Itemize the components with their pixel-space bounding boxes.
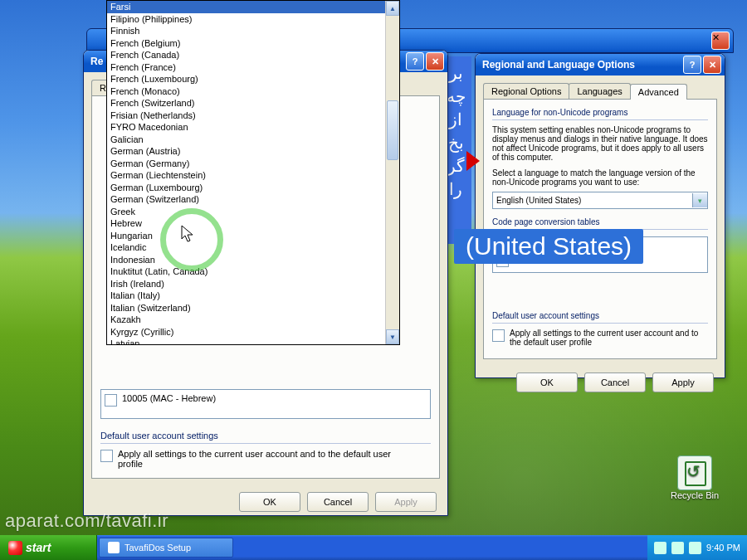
help-button[interactable]: ? (683, 56, 701, 74)
watermark-text: aparat.com/tavafi.ir (5, 510, 168, 532)
language-option[interactable]: Filipino (Philippines) (107, 13, 385, 26)
language-option[interactable]: Finnish (107, 25, 385, 37)
scroll-up-button[interactable]: ▲ (386, 1, 399, 16)
checkbox-icon (100, 450, 113, 462)
combo-value: English (United States) (493, 196, 692, 205)
language-option[interactable]: Farsi (107, 1, 385, 13)
cancel-button[interactable]: Cancel (584, 373, 646, 392)
annotation-us-label: (United States) (454, 229, 643, 264)
desktop-wallpaper: ✕ بر چه از بخ گر را Re ? ✕ Re 10005 (MAC… (0, 0, 747, 560)
language-option[interactable]: Inuktitut (Latin, Canada) (107, 265, 385, 278)
apply-button[interactable]: Apply (375, 492, 437, 512)
language-option[interactable]: Galician (107, 134, 385, 146)
taskbar-item-icon (108, 542, 120, 553)
codepage-item[interactable]: 10005 (MAC - Hebrew) (105, 393, 427, 407)
help-button[interactable]: ? (406, 52, 424, 71)
tray-icon[interactable] (654, 542, 666, 554)
recycle-bin[interactable]: Recycle Bin (667, 455, 722, 500)
tab-languages[interactable]: Languages (569, 83, 630, 99)
group-default-account: Default user account settings (100, 431, 431, 441)
recycle-bin-label: Recycle Bin (667, 490, 722, 500)
taskbar-clock: 9:40 PM (706, 543, 740, 553)
language-option[interactable]: French (Luxembourg) (107, 73, 385, 85)
group-codepage: Code page conversion tables (492, 217, 708, 226)
window-title: Regional and Language Options (482, 59, 681, 71)
dialog-button-row: OK Cancel Apply (478, 364, 722, 401)
taskbar-item-tavafidos[interactable]: TavafiDos Setup (99, 538, 233, 558)
chevron-down-icon[interactable]: ▾ (692, 193, 707, 207)
language-option[interactable]: Hungarian (107, 230, 385, 242)
tray-icon[interactable] (671, 542, 684, 554)
ok-button[interactable]: OK (516, 373, 578, 392)
language-option[interactable]: French (Belgium) (107, 37, 385, 50)
language-combo[interactable]: English (United States) ▾ (492, 192, 708, 209)
group-language-nonunicode: Language for non-Unicode programs (492, 108, 708, 117)
codepage-label: 10005 (MAC - Hebrew) (122, 393, 216, 403)
checkbox-icon (492, 329, 505, 342)
checkbox-icon (105, 394, 117, 407)
ok-button[interactable]: OK (239, 492, 300, 512)
language-option[interactable]: Italian (Switzerland) (107, 302, 385, 314)
start-button[interactable]: start (0, 535, 97, 560)
close-button[interactable]: ✕ (703, 56, 721, 74)
language-option[interactable]: German (Liechtenstein) (107, 169, 385, 182)
apply-button[interactable]: Apply (652, 373, 714, 392)
regional-options-dialog: Regional and Language Options ? ✕ Region… (475, 53, 725, 378)
language-option[interactable]: French (Switzerland) (107, 97, 385, 110)
language-option[interactable]: FYRO Macedonian (107, 121, 385, 134)
start-label: start (26, 541, 51, 554)
apply-all-label: Apply all settings to the current user a… (510, 329, 708, 347)
language-option[interactable]: Irish (Ireland) (107, 278, 385, 290)
windows-logo-icon (8, 541, 22, 555)
close-button[interactable]: ✕ (426, 52, 444, 71)
tab-bar: Regional Options Languages Advanced (483, 83, 717, 99)
language-option[interactable]: Icelandic (107, 241, 385, 254)
tab-advanced[interactable]: Advanced (630, 84, 687, 100)
group-default-account: Default user account settings (492, 311, 708, 320)
cancel-button[interactable]: Cancel (307, 492, 369, 512)
language-option[interactable]: French (Monaco) (107, 85, 385, 98)
language-option[interactable]: Kyrgyz (Cyrillic) (107, 326, 385, 338)
language-option[interactable]: German (Switzerland) (107, 193, 385, 206)
scroll-down-button[interactable]: ▼ (386, 329, 399, 344)
language-option[interactable]: French (Canada) (107, 49, 385, 61)
recycle-bin-icon (677, 455, 712, 490)
language-option[interactable]: German (Luxembourg) (107, 182, 385, 194)
tray-icon[interactable] (689, 542, 701, 554)
language-option[interactable]: Italian (Italy) (107, 290, 385, 302)
language-option[interactable]: German (Germany) (107, 158, 385, 170)
taskbar: start TavafiDos Setup 9:40 PM (0, 535, 747, 560)
apply-all-checkbox[interactable]: Apply all settings to the current user a… (492, 329, 708, 347)
language-option[interactable]: French (France) (107, 61, 385, 74)
language-option[interactable]: Greek (107, 206, 385, 218)
tab-regional-options[interactable]: Regional Options (483, 83, 569, 99)
system-tray: 9:40 PM (647, 535, 747, 560)
language-option[interactable]: Indonesian (107, 254, 385, 266)
red-arrow-annotation (466, 151, 480, 171)
language-option[interactable]: Latvian (107, 338, 385, 344)
language-option[interactable]: Frisian (Netherlands) (107, 110, 385, 122)
close-icon[interactable]: ✕ (711, 32, 730, 50)
scrollbar[interactable]: ▲ ▼ (385, 1, 399, 344)
language-option[interactable]: Kazakh (107, 314, 385, 326)
scroll-thumb[interactable] (387, 100, 398, 160)
apply-all-label: Apply all settings to the current user a… (118, 449, 417, 469)
group-description: This system setting enables non-Unicode … (492, 125, 708, 162)
group-prompt: Select a language to match the language … (492, 168, 708, 187)
language-option[interactable]: Hebrew (107, 217, 385, 230)
language-dropdown-list[interactable]: FarsiFilipino (Philippines)FinnishFrench… (106, 0, 400, 345)
taskbar-item-label: TavafiDos Setup (124, 543, 191, 553)
apply-all-checkbox[interactable]: Apply all settings to the current user a… (100, 449, 431, 469)
language-option[interactable]: German (Austria) (107, 145, 385, 158)
